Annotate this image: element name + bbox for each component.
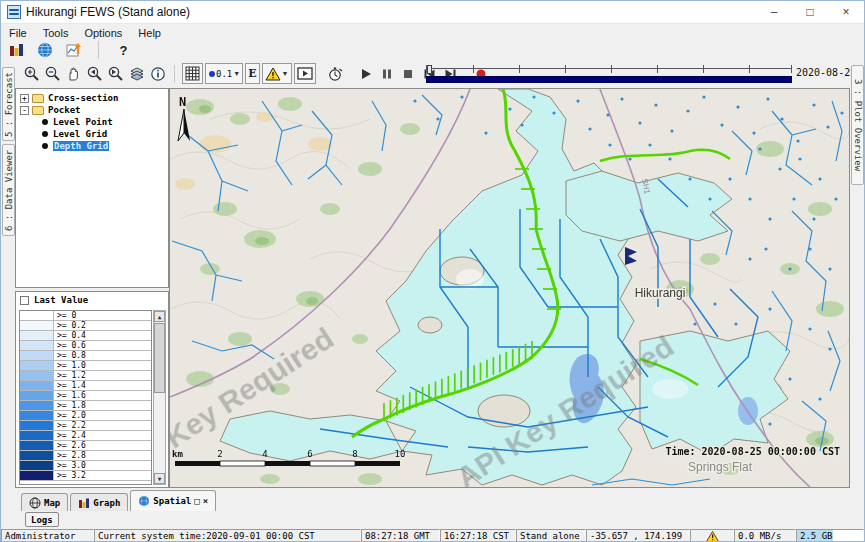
legend-row[interactable]: >= 2.4 bbox=[20, 431, 151, 441]
scrollbar-thumb[interactable] bbox=[154, 323, 165, 393]
legend-row[interactable]: >= 0.2 bbox=[20, 321, 151, 331]
pause-button[interactable] bbox=[377, 63, 398, 84]
sidebar-tab-data-viewer[interactable]: 6 : Data Viewer bbox=[2, 144, 15, 236]
tree-node-cross-section[interactable]: + Cross-section bbox=[18, 92, 166, 104]
menu-tools[interactable]: Tools bbox=[35, 26, 77, 40]
toolbar-separator bbox=[98, 41, 99, 59]
legend-row[interactable]: >= 2.8 bbox=[20, 451, 151, 461]
zoom-in-icon[interactable] bbox=[21, 63, 42, 84]
legend-swatch bbox=[20, 351, 54, 360]
town-label: Hikurangi bbox=[635, 286, 686, 300]
spatial-display-icon[interactable] bbox=[63, 40, 84, 61]
legend-value-label: >= 0.6 bbox=[54, 341, 151, 350]
main-toolbar: ? bbox=[1, 41, 864, 59]
map-canvas[interactable]: API Key Required API Key Required N km 2… bbox=[170, 89, 849, 487]
bar-chart-icon bbox=[78, 497, 90, 509]
legend-row[interactable]: >= 3.0 bbox=[20, 461, 151, 471]
legend-swatch bbox=[20, 381, 54, 390]
legend-row[interactable]: >= 1.6 bbox=[20, 391, 151, 401]
legend-row[interactable]: >= 1.4 bbox=[20, 381, 151, 391]
expand-icon[interactable]: + bbox=[20, 94, 29, 103]
menu-file[interactable]: File bbox=[1, 26, 35, 40]
tree-node-pocket[interactable]: - Pocket bbox=[18, 104, 166, 116]
legend-value-label: >= 3.0 bbox=[54, 461, 151, 470]
tab-spatial[interactable]: Spatial □ × bbox=[130, 490, 216, 511]
status-mode: Stand alone bbox=[516, 529, 586, 542]
scalebar-button[interactable]: E bbox=[245, 63, 259, 84]
legend-swatch bbox=[20, 451, 54, 460]
scroll-up-icon[interactable]: ▲ bbox=[154, 311, 165, 322]
legend-row[interactable]: >= 1.2 bbox=[20, 371, 151, 381]
grid-layer-button[interactable] bbox=[182, 63, 203, 84]
legend-row[interactable]: >= 2.6 bbox=[20, 441, 151, 451]
zoom-out-icon[interactable] bbox=[42, 63, 63, 84]
svg-text:6: 6 bbox=[307, 449, 312, 459]
status-warning[interactable] bbox=[690, 529, 734, 542]
legend-row[interactable]: >= 1.0 bbox=[20, 361, 151, 371]
pan-hand-icon[interactable] bbox=[63, 63, 84, 84]
status-coordinates: -35.657 , 174.199 bbox=[586, 529, 690, 542]
time-slider-knob[interactable] bbox=[427, 65, 432, 74]
zoom-next-icon[interactable] bbox=[105, 63, 126, 84]
legend-value-label: >= 0.2 bbox=[54, 321, 151, 330]
tab-graph[interactable]: Graph bbox=[70, 493, 128, 511]
logs-button[interactable]: Logs bbox=[25, 512, 59, 527]
thresholds-warning-dropdown[interactable]: ▼ bbox=[262, 63, 292, 84]
title-bar: Hikurangi FEWS (Stand alone) – □ × bbox=[1, 1, 864, 24]
globe-icon bbox=[29, 497, 41, 509]
animation-settings-icon[interactable] bbox=[325, 63, 346, 84]
bullet-icon bbox=[42, 143, 48, 149]
data-explorer-icon[interactable] bbox=[5, 40, 26, 61]
bullet-icon bbox=[42, 119, 48, 125]
legend-value-label: >= 0 bbox=[54, 311, 151, 320]
map-display-icon[interactable] bbox=[34, 40, 55, 61]
layers-tree: + Cross-section - Pocket Level Point Lev… bbox=[15, 88, 169, 288]
legend-row[interactable]: >= 0.8 bbox=[20, 351, 151, 361]
tab-map[interactable]: Map bbox=[21, 493, 68, 511]
legend-swatch bbox=[20, 361, 54, 370]
legend-swatch bbox=[20, 421, 54, 430]
spatial-map-view[interactable]: API Key Required API Key Required N km 2… bbox=[169, 88, 850, 488]
tree-node-level-point[interactable]: Level Point bbox=[18, 116, 166, 128]
legend-row[interactable]: >= 2.0 bbox=[20, 411, 151, 421]
tree-node-level-grid[interactable]: Level Grid bbox=[18, 128, 166, 140]
layers-icon[interactable] bbox=[126, 63, 147, 84]
legend-scrollbar[interactable]: ▲ ▼ bbox=[153, 310, 166, 485]
legend-row[interactable]: >= 1.8 bbox=[20, 401, 151, 411]
stop-button[interactable] bbox=[398, 63, 419, 84]
legend-swatch bbox=[20, 391, 54, 400]
scroll-down-icon[interactable]: ▼ bbox=[154, 473, 165, 484]
last-value-checkbox[interactable] bbox=[20, 296, 29, 305]
sidebar-tab-forecast[interactable]: 5 : Forecast bbox=[2, 67, 15, 141]
legend-row[interactable]: >= 0 bbox=[20, 311, 151, 321]
logs-row: Logs bbox=[1, 511, 864, 529]
bottom-tab-bar: Map Graph Spatial □ × bbox=[1, 488, 864, 511]
legend-swatch bbox=[20, 371, 54, 380]
menu-options[interactable]: Options bbox=[76, 26, 130, 40]
legend-row[interactable]: >= 2.2 bbox=[20, 421, 151, 431]
close-tab-icon[interactable]: × bbox=[203, 497, 208, 506]
legend-swatch bbox=[20, 311, 54, 320]
restore-tab-icon[interactable]: □ bbox=[194, 497, 199, 506]
legend-row[interactable]: >= 0.6 bbox=[20, 341, 151, 351]
time-slider[interactable] bbox=[426, 61, 792, 85]
maximize-button[interactable]: □ bbox=[792, 1, 828, 23]
zoom-previous-icon[interactable] bbox=[84, 63, 105, 84]
info-icon[interactable] bbox=[147, 63, 168, 84]
menu-bar: File Tools Options Help bbox=[1, 24, 864, 41]
tree-node-depth-grid[interactable]: Depth Grid bbox=[18, 140, 166, 152]
animation-window-button[interactable] bbox=[294, 63, 316, 84]
window-title: Hikurangi FEWS (Stand alone) bbox=[26, 5, 190, 19]
legend-row[interactable]: >= 3.2 bbox=[20, 471, 151, 481]
legend-row[interactable]: >= 0.4 bbox=[20, 331, 151, 341]
status-user: Administrator bbox=[1, 529, 94, 542]
menu-help[interactable]: Help bbox=[130, 26, 169, 40]
help-button[interactable]: ? bbox=[113, 40, 134, 61]
minimize-button[interactable]: – bbox=[756, 1, 792, 23]
close-button[interactable]: × bbox=[828, 1, 864, 23]
legend-value-label: >= 2.6 bbox=[54, 441, 151, 450]
class-break-dropdown[interactable]: 0.1 ▼ bbox=[205, 63, 243, 84]
play-button[interactable] bbox=[356, 63, 377, 84]
collapse-icon[interactable]: - bbox=[20, 106, 29, 115]
sidebar-tab-plot-overview[interactable]: 3 : Plot Overview bbox=[851, 65, 864, 185]
